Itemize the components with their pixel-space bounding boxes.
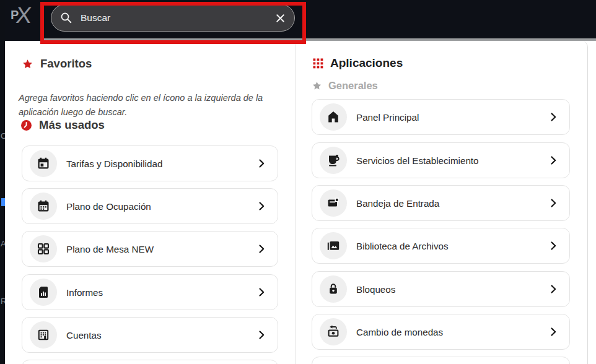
chevron-right-icon: [255, 243, 268, 255]
lock-icon: [326, 282, 341, 297]
favorites-column: Favoritos Agrega favoritos haciendo clic…: [5, 41, 296, 364]
chevron-right-icon: [547, 240, 559, 252]
star-icon: [312, 80, 322, 91]
clear-search-button[interactable]: [273, 11, 288, 26]
icon-circle: [30, 279, 57, 306]
search-icon: [59, 11, 73, 25]
icon-circle: [30, 235, 57, 262]
list-item-label: Plano de Mesa NEW: [66, 244, 255, 254]
clipped-sidebar-text: R: [1, 297, 5, 306]
clock-icon: [20, 119, 32, 131]
icon-circle: [320, 103, 347, 131]
icon-circle: [30, 193, 57, 220]
app-header: P X: [0, 0, 596, 41]
chevron-right-icon: [255, 200, 268, 212]
currency-exchange-icon: [326, 324, 341, 339]
generales-section-header: Generales: [312, 80, 378, 92]
media-library-icon: [326, 238, 341, 253]
background-sidebar-strip: O Ac R: [0, 0, 5, 364]
favorites-hint-text: Agrega favoritos haciendo clic en el íco…: [19, 91, 269, 120]
building-icon: [36, 327, 51, 342]
list-item-biblioteca[interactable]: Biblioteca de Archivos: [312, 228, 570, 264]
icon-circle: [320, 318, 347, 345]
generales-title: Generales: [328, 80, 378, 92]
inbox-icon: [326, 196, 341, 210]
list-item-servicios[interactable]: Servicios del Establecimiento: [312, 142, 570, 178]
list-item-label: Servicios del Establecimiento: [356, 155, 547, 166]
list-item-label: Bloqueos: [356, 284, 547, 295]
icon-circle: [30, 321, 57, 349]
list-item-tarifas[interactable]: Tarifas y Disponibilidad: [22, 145, 278, 181]
calendar-event-icon: [36, 156, 51, 171]
header-border-line: [40, 38, 596, 41]
apps-grid-icon: [313, 58, 323, 69]
applications-column: Aplicaciones Generales Panel Principal: [296, 41, 587, 364]
chevron-right-icon: [255, 157, 268, 170]
list-item-label: Cuentas: [66, 330, 255, 340]
list-item-panel-principal[interactable]: Panel Principal: [312, 99, 570, 135]
icon-circle: [320, 189, 347, 217]
clipped-sidebar-text: Ac: [1, 239, 5, 248]
list-item-label: Tarifas y Disponibilidad: [66, 158, 255, 169]
list-item-label: Panel Principal: [356, 112, 547, 123]
favorites-title: Favoritos: [40, 57, 92, 71]
chevron-right-icon: [547, 197, 559, 209]
clipped-icon-fragment: [1, 198, 5, 206]
list-item-label: Informes: [66, 287, 255, 298]
list-item-cambio-monedas[interactable]: Cambio de monedas: [312, 314, 570, 350]
chevron-right-icon: [547, 154, 559, 167]
chevron-right-icon: [547, 326, 559, 338]
list-item-bandeja[interactable]: Bandeja de Entrada: [312, 185, 570, 221]
list-item-label: Plano de Ocupación: [66, 201, 255, 212]
search-input[interactable]: [79, 12, 273, 24]
list-item-cuentas[interactable]: Cuentas: [22, 317, 278, 353]
list-item-label: Cambio de monedas: [356, 327, 547, 337]
close-icon: [274, 12, 287, 25]
chevron-right-icon: [255, 286, 268, 298]
report-icon: [36, 285, 51, 300]
grid-view-icon: [36, 241, 51, 256]
applications-header: Aplicaciones: [313, 56, 403, 70]
applications-title: Aplicaciones: [330, 56, 403, 70]
calendar-month-icon: [36, 199, 51, 214]
search-overlay-panel: Favoritos Agrega favoritos haciendo clic…: [5, 41, 588, 364]
favorites-header: Favoritos: [22, 57, 92, 71]
clipped-sidebar-text: O: [1, 131, 5, 141]
list-item-plano-mesa[interactable]: Plano de Mesa NEW: [22, 231, 278, 267]
most-used-header: Más usados: [20, 118, 105, 132]
list-item-label: Biblioteca de Archivos: [356, 241, 547, 251]
icon-circle: [320, 147, 347, 174]
most-used-title: Más usados: [39, 118, 105, 132]
list-item-plano-ocupacion[interactable]: Plano de Ocupación: [22, 188, 278, 224]
icon-circle: [320, 232, 347, 259]
list-item-bloqueos[interactable]: Bloqueos: [312, 271, 570, 307]
star-icon: [22, 58, 33, 70]
list-item-partial[interactable]: [22, 360, 278, 364]
icon-circle: [320, 275, 347, 303]
list-item-informes[interactable]: Informes: [22, 274, 278, 310]
logo-letter-x: X: [15, 4, 33, 27]
coffee-cup-icon: [326, 153, 341, 168]
list-item-partial[interactable]: [312, 357, 570, 364]
list-item-label: Bandeja de Entrada: [356, 198, 547, 209]
search-box[interactable]: [51, 4, 295, 32]
chevron-right-icon: [255, 329, 268, 341]
px-logo[interactable]: P X: [11, 4, 32, 28]
home-icon: [326, 110, 341, 124]
chevron-right-icon: [547, 111, 559, 123]
chevron-right-icon: [547, 283, 559, 295]
icon-circle: [30, 150, 57, 177]
